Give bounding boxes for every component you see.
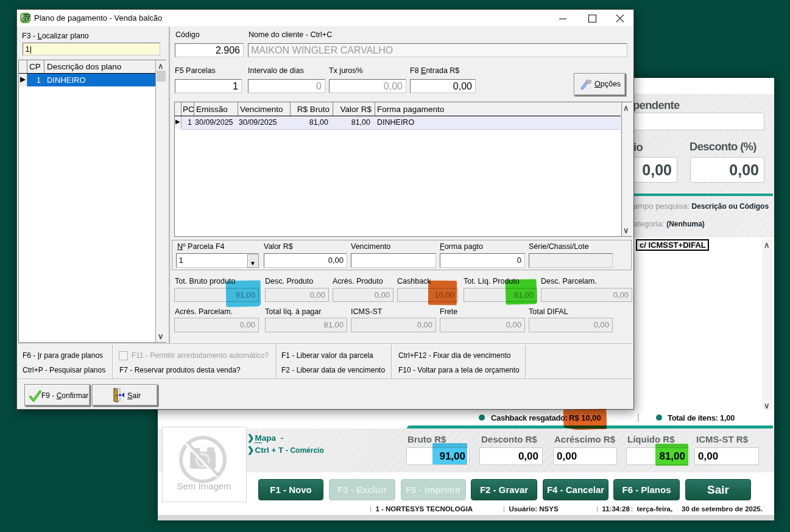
svg-text:Sem Imagem: Sem Imagem xyxy=(177,481,231,491)
